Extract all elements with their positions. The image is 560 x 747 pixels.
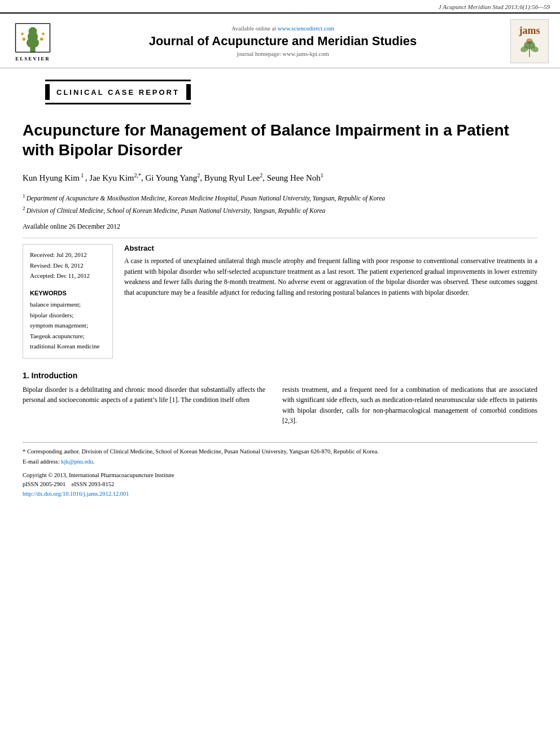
abstract-section: Received: Jul 20, 2012 Revised: Dec 8, 2… (23, 244, 537, 359)
abstract-sidebar: Received: Jul 20, 2012 Revised: Dec 8, 2… (23, 244, 113, 359)
body-left-column: 1. Introduction Bipolar disorder is a de… (23, 371, 265, 426)
available-date: Available online 26 December 2012 (23, 222, 537, 231)
keyword-2: bipolar disorders; (30, 311, 106, 320)
author-1-name: Kun Hyung Kim (23, 173, 80, 182)
keyword-4: Taegeuk acupuncture; (30, 331, 106, 341)
revised-date: Revised: Dec 8, 2012 (30, 261, 106, 270)
affiliations: 1 Department of Acupuncture & Moxibustio… (23, 193, 537, 216)
ccr-left-bar (45, 84, 50, 100)
jams-text: jams (519, 25, 540, 37)
footer-rule (23, 442, 537, 443)
keyword-5: traditional Korean medicine (30, 342, 106, 351)
ccr-text: CLINICAL CASE REPORT (56, 88, 180, 97)
body-right-column: resists treatment, and a frequent need f… (282, 371, 537, 426)
footnote-section: * Corresponding author. Division of Clin… (23, 447, 537, 466)
svg-point-3 (29, 27, 37, 36)
keywords-label: KEYWORDS (30, 289, 106, 298)
author-5-sup: 1 (321, 172, 323, 178)
ccr-right-bar (186, 84, 191, 100)
svg-point-6 (21, 33, 24, 36)
elsevier-label: ELSEVIER (15, 56, 50, 62)
doi-link[interactable]: http://dx.doi.org/10.1016/j.jams.2012.12… (23, 491, 129, 497)
body-section: 1. Introduction Bipolar disorder is a de… (23, 371, 537, 426)
author-4-name: , Byung Ryul Lee (200, 173, 260, 182)
email-line: E-mail address: kjk@pnu.edu. (23, 457, 537, 466)
journal-title-block: Available online at www.sciencedirect.co… (61, 25, 505, 57)
keyword-3: symptom management; (30, 321, 106, 330)
keyword-1: balance impairment; (30, 300, 106, 309)
issn-line: pISSN 2005-2901 eISSN 2093-8152 (23, 480, 537, 490)
affiliation-1: 1 Department of Acupuncture & Moxibustio… (23, 193, 537, 203)
author-1-sup: 1 (80, 172, 85, 178)
affil-2-sup: 2 (23, 206, 27, 211)
author-5-name: , Seung Hee Noh (262, 173, 320, 182)
received-date: Received: Jul 20, 2012 (30, 250, 106, 260)
authors-line: Kun Hyung Kim 1 , Jae Kyu Kim2,*, Gi You… (23, 171, 537, 185)
abstract-text: A case is reported of unexplained unilat… (124, 256, 537, 298)
author-3-name: , Gi Young Yang (141, 173, 197, 182)
author-2-name: , Jae Kyu Kim (85, 173, 134, 182)
ccr-wrapper: CLINICAL CASE REPORT (0, 68, 560, 104)
available-online-text: Available online at www.sciencedirect.co… (61, 25, 505, 32)
elsevier-logo: ELSEVIER (10, 21, 55, 62)
svg-point-7 (42, 33, 45, 36)
citation-bar: J Acupunct Meridian Stud 2013;6(1):56—59 (0, 0, 560, 12)
sciencedirect-link[interactable]: www.sciencedirect.com (278, 25, 334, 32)
article-title: Acupuncture for Management of Balance Im… (23, 120, 537, 160)
journal-header: ELSEVIER Available online at www.science… (0, 12, 560, 68)
svg-point-5 (40, 38, 43, 41)
elsevier-tree-icon (13, 21, 53, 55)
jams-plant-icon (515, 37, 544, 58)
doi-line: http://dx.doi.org/10.1016/j.jams.2012.12… (23, 490, 537, 499)
author-2-sup: 2,* (134, 172, 142, 178)
accepted-date: Accepted: Dec 11, 2012 (30, 271, 106, 281)
affiliation-2: 2 Division of Clinical Medicine, School … (23, 205, 537, 216)
intro-right-text: resists treatment, and a frequent need f… (282, 385, 537, 426)
email-link[interactable]: kjk@pnu.edu (61, 458, 93, 465)
jams-logo-box: jams (510, 19, 549, 63)
affil-1-sup: 1 (23, 193, 27, 199)
intro-left-text: Bipolar disorder is a debilitating and c… (23, 385, 265, 405)
copyright-text: Copyright © 2013, International Pharmaco… (23, 471, 537, 480)
star-note: * Corresponding author. Division of Clin… (23, 447, 537, 456)
journal-homepage: journal homepage: www.jams-kpi.com (61, 51, 505, 57)
intro-heading: 1. Introduction (23, 371, 265, 380)
ccr-banner: CLINICAL CASE REPORT (45, 80, 191, 104)
abstract-content: Abstract A case is reported of unexplain… (124, 244, 537, 359)
svg-point-16 (526, 38, 533, 44)
svg-point-4 (23, 38, 26, 41)
citation-text: J Acupunct Meridian Stud 2013;6(1):56—59 (439, 3, 550, 10)
sidebar-dates: Received: Jul 20, 2012 Revised: Dec 8, 2… (30, 250, 106, 281)
sidebar-keywords: KEYWORDS balance impairment; bipolar dis… (30, 289, 106, 351)
abstract-title: Abstract (124, 244, 537, 252)
jams-logo: jams (510, 19, 550, 63)
journal-name: Journal of Acupuncture and Meridian Stud… (61, 34, 505, 49)
copyright-section: Copyright © 2013, International Pharmaco… (23, 471, 537, 499)
divider-rule (23, 238, 537, 238)
